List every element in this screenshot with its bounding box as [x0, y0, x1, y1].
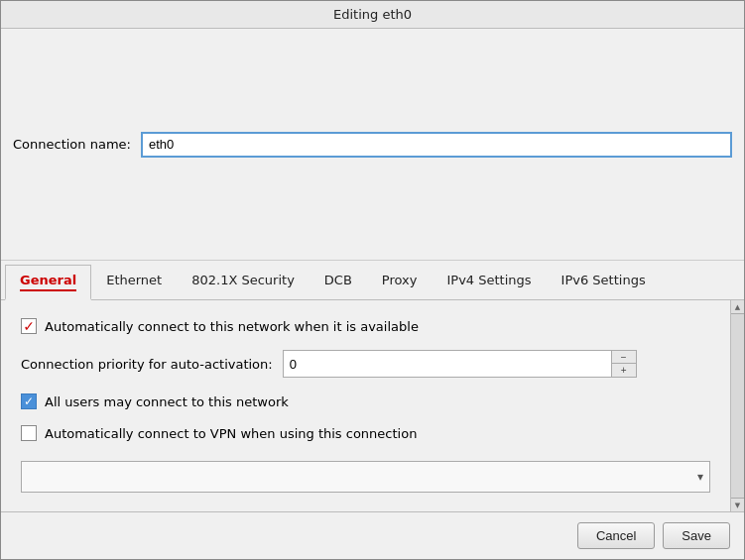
- scroll-down-icon: ▼: [735, 502, 740, 509]
- all-users-row: All users may connect to this network: [21, 393, 710, 409]
- connection-name-input[interactable]: [141, 132, 732, 158]
- priority-buttons: − +: [611, 351, 636, 377]
- plus-icon: +: [621, 365, 627, 376]
- tab-dcb[interactable]: DCB: [310, 265, 367, 299]
- vpn-dropdown[interactable]: ▾: [21, 461, 710, 493]
- tabs-row: General Ethernet 802.1X Security DCB Pro…: [1, 261, 744, 300]
- auto-connect-label: Automatically connect to this network wh…: [45, 319, 419, 334]
- priority-label: Connection priority for auto-activation:: [21, 357, 273, 372]
- connection-name-label: Connection name:: [13, 137, 131, 152]
- cancel-button[interactable]: Cancel: [577, 522, 655, 549]
- scroll-up-icon: ▲: [735, 303, 740, 311]
- bottom-bar: Cancel Save: [1, 511, 744, 559]
- priority-input[interactable]: [284, 351, 611, 377]
- all-users-checkbox[interactable]: [21, 393, 37, 409]
- title-bar: Editing eth0: [1, 1, 744, 29]
- main-content-area: Automatically connect to this network wh…: [1, 300, 744, 511]
- scroll-up-button[interactable]: ▲: [731, 300, 744, 314]
- minus-icon: −: [621, 352, 627, 363]
- tab-802-1x-security[interactable]: 802.1X Security: [177, 265, 310, 299]
- vpn-checkbox-row: Automatically connect to VPN when using …: [21, 425, 710, 441]
- tab-ipv4-settings[interactable]: IPv4 Settings: [432, 265, 546, 299]
- priority-row: Connection priority for auto-activation:…: [21, 350, 710, 378]
- priority-plus-button[interactable]: +: [612, 364, 636, 377]
- priority-input-group: − +: [283, 350, 637, 378]
- dropdown-arrow-icon: ▾: [697, 470, 703, 484]
- general-tab-content: Automatically connect to this network wh…: [1, 300, 730, 511]
- save-button[interactable]: Save: [663, 522, 730, 549]
- scroll-content: Automatically connect to this network wh…: [1, 300, 730, 511]
- vpn-label: Automatically connect to VPN when using …: [45, 426, 417, 441]
- priority-minus-button[interactable]: −: [612, 351, 636, 364]
- right-scrollbar: ▲ ▼: [730, 300, 744, 511]
- all-users-label: All users may connect to this network: [45, 394, 289, 409]
- tab-ethernet[interactable]: Ethernet: [91, 265, 177, 299]
- dialog-window: Editing eth0 Connection name: General Et…: [0, 0, 745, 560]
- title-text: Editing eth0: [333, 7, 412, 22]
- connection-name-row: Connection name:: [1, 29, 744, 261]
- auto-connect-row: Automatically connect to this network wh…: [21, 318, 710, 334]
- auto-connect-checkbox[interactable]: [21, 318, 37, 334]
- tab-ipv6-settings[interactable]: IPv6 Settings: [547, 265, 661, 299]
- tab-proxy[interactable]: Proxy: [367, 265, 433, 299]
- vpn-checkbox[interactable]: [21, 425, 37, 441]
- scroll-track: [731, 314, 744, 498]
- scroll-down-button[interactable]: ▼: [731, 498, 744, 511]
- tab-general[interactable]: General: [5, 265, 91, 300]
